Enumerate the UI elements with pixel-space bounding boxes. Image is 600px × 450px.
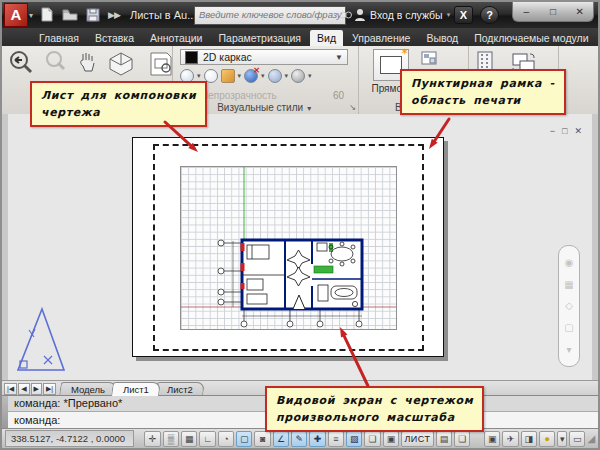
- shaded-style-icon[interactable]: [268, 69, 282, 83]
- zoom-tool-icon[interactable]: ◇: [565, 300, 573, 311]
- new-star-icon: ✶: [401, 46, 409, 57]
- quick-access-toolbar: ▶▶: [40, 7, 120, 22]
- visual-style-name: 2D каркас: [203, 51, 252, 63]
- open-file-button[interactable]: [62, 8, 78, 22]
- layout-tab-nav: |◀ ◀ ▶ ▶|: [4, 383, 56, 395]
- callout-print-area: Пунктирная рамка - область печати: [400, 69, 566, 115]
- osnap-toggle[interactable]: ▢: [236, 431, 252, 447]
- realistic-style-icon[interactable]: [291, 69, 305, 83]
- views-cube-icon[interactable]: [106, 50, 136, 82]
- grid-dots-toggle[interactable]: ▒: [163, 431, 179, 447]
- window-controls: – □ ✕: [512, 2, 594, 22]
- tab-vyvod[interactable]: Вывод: [419, 30, 465, 46]
- opacity-value: 60: [333, 90, 348, 101]
- ortho-toggle[interactable]: ∟: [199, 431, 215, 447]
- opacity-label: Непрозрачность: [201, 90, 277, 101]
- close-button[interactable]: ✕: [569, 6, 591, 17]
- annotation-scale-button[interactable]: ◨: [521, 431, 537, 447]
- new-file-button[interactable]: [40, 7, 54, 22]
- tab-moduli[interactable]: Подключаемые модули: [467, 30, 595, 46]
- transparency-toggle[interactable]: ▨: [346, 431, 362, 447]
- dyn-toggle[interactable]: ✚: [309, 431, 325, 447]
- orbit-tool-icon[interactable]: ▢: [564, 322, 573, 333]
- tab-vid[interactable]: Вид: [310, 30, 343, 46]
- qat-overflow-icon[interactable]: ▶▶: [108, 10, 120, 20]
- drawing-window-controls: − □ ✕: [550, 126, 582, 136]
- layout-space-button[interactable]: ЛИСТ: [401, 431, 434, 447]
- document-title: Листы в Au...: [130, 9, 196, 21]
- chevron-down-icon: ▾: [29, 11, 33, 20]
- dialog-launcher-icon[interactable]: ↘: [349, 103, 356, 112]
- navigation-bar[interactable]: ◉ ▦ ◇ ▢ ▾: [558, 245, 580, 367]
- next-tab-button[interactable]: ▶: [31, 383, 42, 395]
- visual-style-thumb-icon: [185, 51, 198, 64]
- tab-model[interactable]: Модель: [59, 382, 117, 396]
- help-button[interactable]: ?: [480, 6, 499, 24]
- tab-parametrizaciya[interactable]: Параметризация: [212, 30, 309, 46]
- sign-in-control[interactable]: Вход в службы ▾: [354, 8, 450, 21]
- snap-toggle[interactable]: ✛: [144, 431, 160, 447]
- app-menu-button[interactable]: A ▾: [4, 3, 34, 27]
- layout-paper-sheet: [132, 137, 444, 357]
- resize-grip-icon[interactable]: ◢: [587, 433, 595, 444]
- osnap3d-toggle[interactable]: ◙: [254, 431, 270, 447]
- polar-toggle[interactable]: ◔: [218, 431, 234, 447]
- selection-cycling-toggle[interactable]: ▣: [383, 431, 399, 447]
- tab-annotacii[interactable]: Аннотации: [143, 30, 210, 46]
- lineweight-toggle[interactable]: ≡: [328, 431, 344, 447]
- autocad-logo-icon: A: [4, 3, 28, 27]
- grid-toggle[interactable]: ▦: [181, 431, 197, 447]
- doc-close-icon[interactable]: ✕: [574, 126, 582, 136]
- chevron-down-icon: ▾: [447, 11, 451, 19]
- viewport-lock-button[interactable]: ▣: [484, 431, 500, 447]
- quick-view-drawings-button[interactable]: ▤: [436, 431, 452, 447]
- tab-upravlenie[interactable]: Управление: [345, 30, 417, 46]
- autocad-window: A ▾ ▶▶ Листы в Au... Введите ключевое сл…: [0, 0, 600, 450]
- navbar-more-icon[interactable]: ▾: [566, 344, 571, 355]
- otrack-toggle[interactable]: ∠: [273, 431, 289, 447]
- annotation-visibility-button[interactable]: ●: [539, 431, 555, 447]
- search-exchange-icon[interactable]: [339, 6, 352, 22]
- shade-box-icon[interactable]: [221, 69, 235, 83]
- prev-tab-button[interactable]: ◀: [18, 383, 29, 395]
- drawing-canvas[interactable]: − □ ✕: [2, 114, 598, 380]
- zoom-previous-icon[interactable]: [8, 50, 34, 80]
- doc-restore-icon[interactable]: □: [562, 126, 567, 136]
- status-dropdown-icon[interactable]: ▾: [557, 431, 567, 447]
- tab-vstavka[interactable]: Вставка: [88, 30, 141, 46]
- ucs-icon: [12, 306, 68, 380]
- save-button[interactable]: [86, 8, 100, 22]
- sign-in-label: Вход в службы: [370, 9, 443, 21]
- user-icon: [354, 8, 366, 21]
- viewport-grid[interactable]: [180, 166, 397, 330]
- conceptual-style-icon[interactable]: ✕: [244, 69, 258, 83]
- tab-layout1[interactable]: Лист1: [111, 382, 161, 396]
- pan-icon[interactable]: [78, 50, 96, 78]
- search-input[interactable]: Введите ключевое слово/фразу: [194, 6, 346, 25]
- zoom-next-icon[interactable]: [44, 50, 68, 78]
- chevron-down-icon: ▼: [335, 53, 343, 62]
- floor-plan-drawing: [181, 167, 396, 329]
- quick-view-layouts-button[interactable]: ❏: [454, 431, 470, 447]
- maximize-button[interactable]: □: [542, 6, 564, 17]
- callout-viewport: Видовой экран с чертежом произвольного м…: [265, 386, 484, 432]
- doc-minimize-icon[interactable]: −: [550, 126, 555, 136]
- minimize-button[interactable]: –: [515, 6, 537, 17]
- callout-layout-sheet: Лист для компоновки чертежа: [30, 81, 207, 127]
- steering-wheel-icon[interactable]: ◉: [565, 257, 574, 268]
- visual-style-dropdown[interactable]: 2D каркас ▼: [180, 49, 348, 65]
- steering-wheel-button[interactable]: ✈: [502, 431, 518, 447]
- coordinates-display: 338.5127, -4.7122 , 0.0000: [5, 430, 134, 447]
- exchange-apps-button[interactable]: X: [454, 6, 473, 24]
- clean-screen-button[interactable]: ▭: [569, 431, 585, 447]
- chevron-down-icon: ▼: [306, 105, 313, 112]
- last-tab-button[interactable]: ▶|: [43, 383, 56, 395]
- tab-glavnaya[interactable]: Главная: [32, 30, 86, 46]
- title-bar: A ▾ ▶▶ Листы в Au... Введите ключевое сл…: [2, 2, 598, 28]
- tab-layout2[interactable]: Лист2: [155, 382, 205, 396]
- pan-tool-icon[interactable]: ▦: [564, 279, 573, 290]
- ducs-toggle[interactable]: ✎: [291, 431, 307, 447]
- quick-properties-toggle[interactable]: ❏: [364, 431, 380, 447]
- first-tab-button[interactable]: |◀: [4, 383, 17, 395]
- ribbon-tab-bar: Главная Вставка Аннотации Параметризация…: [2, 28, 598, 46]
